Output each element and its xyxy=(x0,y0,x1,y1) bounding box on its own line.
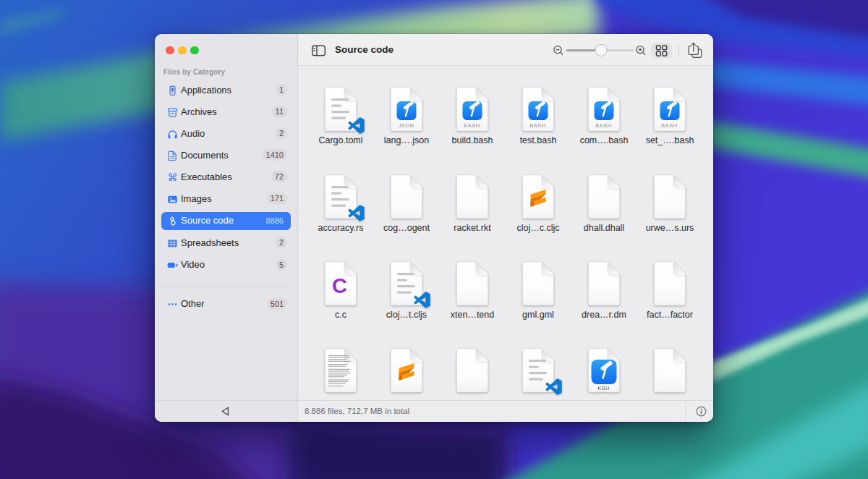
svg-text:KSH: KSH xyxy=(598,385,610,391)
svg-text:⌘: ⌘ xyxy=(168,172,178,183)
svg-text:BASH: BASH xyxy=(464,122,480,129)
svg-text:BASH: BASH xyxy=(661,122,677,129)
svg-text:JSON: JSON xyxy=(398,122,414,129)
svg-text:BASH: BASH xyxy=(595,122,611,129)
svg-text:C: C xyxy=(332,274,347,297)
svg-text:BASH: BASH xyxy=(529,122,545,129)
